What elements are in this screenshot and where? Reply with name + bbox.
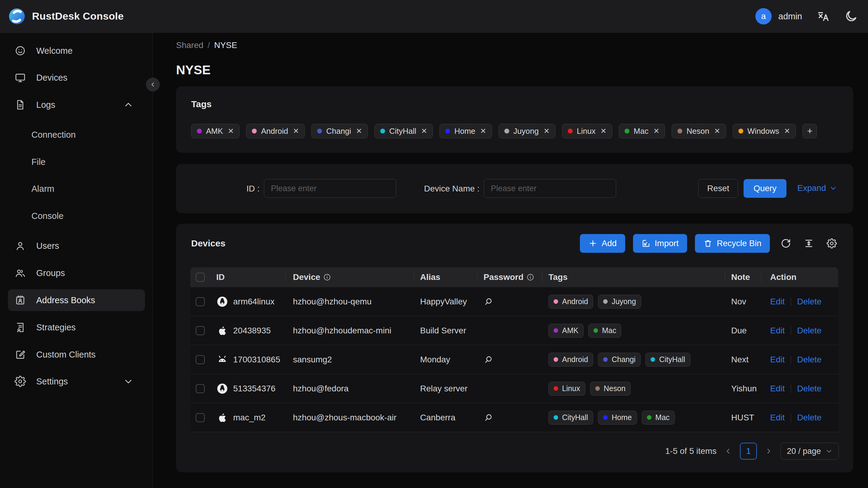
sidebar-item-console[interactable]: Console [8, 205, 145, 227]
tag-chip-amk[interactable]: AMK✕ [191, 124, 240, 138]
sidebar-item-logs[interactable]: Logs [8, 94, 145, 116]
page-number[interactable]: 1 [740, 443, 757, 460]
sidebar-item-address-books[interactable]: Address Books [8, 289, 145, 311]
linux-os-icon [216, 296, 228, 308]
tag-chip-android: Android [549, 353, 593, 367]
apple-os-icon [216, 411, 228, 424]
user-menu[interactable]: a admin [755, 8, 802, 25]
prev-page-icon[interactable] [724, 447, 732, 455]
column-height-icon[interactable] [802, 237, 816, 250]
close-icon[interactable]: ✕ [600, 127, 607, 135]
edit-link[interactable]: Edit [770, 326, 785, 336]
row-checkbox[interactable] [196, 297, 205, 306]
query-button[interactable]: Query [744, 179, 786, 198]
gear-icon [14, 376, 26, 387]
edit-link[interactable]: Edit [770, 384, 785, 394]
close-icon[interactable]: ✕ [653, 127, 659, 135]
sidebar-item-label: Strategies [36, 323, 76, 333]
sidebar-item-label: Users [36, 241, 59, 251]
tag-chip-cityhall[interactable]: CityHall✕ [374, 124, 433, 138]
device-alias: Build Server [420, 326, 466, 336]
expand-link[interactable]: Expand [797, 183, 837, 193]
device-alias: HappyValley [420, 297, 467, 306]
table-settings-icon[interactable] [825, 237, 839, 250]
breadcrumb-current: NYSE [214, 40, 237, 50]
sidebar-item-users[interactable]: Users [8, 235, 145, 257]
sidebar-item-strategies[interactable]: Strategies [8, 316, 145, 338]
tag-chip-home[interactable]: Home✕ [439, 124, 492, 138]
tag-chip-mac[interactable]: Mac✕ [619, 124, 665, 138]
add-button[interactable]: Add [580, 234, 625, 253]
device-name-input[interactable] [484, 179, 616, 198]
row-checkbox[interactable] [196, 384, 205, 393]
tag-chip-neson: Neson [590, 382, 630, 396]
close-icon[interactable]: ✕ [544, 127, 550, 135]
close-icon[interactable]: ✕ [293, 127, 299, 135]
language-icon[interactable] [817, 10, 830, 23]
info-icon [323, 273, 331, 281]
close-icon[interactable]: ✕ [356, 127, 362, 135]
tag-chip-neson[interactable]: Neson✕ [672, 124, 726, 138]
monitor-icon [14, 72, 26, 83]
page-size-select[interactable]: 20 / page [780, 443, 839, 460]
close-icon[interactable]: ✕ [714, 127, 720, 135]
close-icon[interactable]: ✕ [784, 127, 790, 135]
sidebar-item-file[interactable]: File [8, 151, 145, 173]
device-name: hzhou@zhous-macbook-air [293, 413, 397, 423]
chevron-down-icon [826, 448, 832, 455]
tag-chip-linux[interactable]: Linux✕ [562, 124, 612, 138]
import-button[interactable]: Import [633, 234, 687, 253]
tag-chip-windows[interactable]: Windows✕ [733, 124, 796, 138]
device-note: Next [731, 355, 749, 365]
sidebar-item-label: Devices [36, 73, 67, 83]
reset-button[interactable]: Reset [698, 179, 738, 198]
sidebar-item-devices[interactable]: Devices [8, 67, 145, 89]
device-alias: Relay server [420, 384, 467, 394]
tag-chip-android[interactable]: Android✕ [246, 124, 305, 138]
close-icon[interactable]: ✕ [228, 127, 234, 135]
breadcrumb-shared[interactable]: Shared [176, 40, 203, 50]
sidebar-collapse-button[interactable] [146, 78, 160, 92]
avatar[interactable]: a [755, 8, 772, 25]
view-password-icon[interactable] [484, 355, 493, 365]
edit-link[interactable]: Edit [770, 355, 785, 365]
next-page-icon[interactable] [765, 447, 773, 455]
row-checkbox[interactable] [196, 326, 205, 335]
edit-link[interactable]: Edit [770, 297, 785, 306]
delete-link[interactable]: Delete [797, 326, 822, 336]
view-password-icon[interactable] [484, 413, 493, 423]
recycle-bin-button[interactable]: Recycle Bin [695, 234, 770, 253]
id-input[interactable] [264, 179, 396, 198]
close-icon[interactable]: ✕ [421, 127, 427, 135]
tag-label: AMK [562, 326, 578, 335]
tag-chip-changi[interactable]: Changi✕ [311, 124, 368, 138]
sidebar-item-alarm[interactable]: Alarm [8, 178, 145, 200]
row-checkbox[interactable] [196, 413, 205, 422]
refresh-icon[interactable] [779, 237, 793, 250]
select-all-checkbox[interactable] [196, 273, 205, 282]
delete-link[interactable]: Delete [797, 384, 822, 394]
edit-link[interactable]: Edit [770, 413, 785, 423]
sidebar-item-settings[interactable]: Settings [8, 370, 145, 392]
close-icon[interactable]: ✕ [480, 127, 486, 135]
tag-color-dot [554, 299, 558, 304]
dark-mode-icon[interactable] [844, 10, 858, 23]
sidebar-item-connection[interactable]: Connection [8, 124, 145, 146]
tag-color-dot [738, 129, 743, 133]
delete-link[interactable]: Delete [797, 297, 822, 306]
top-navbar: RustDesk Console a admin [0, 0, 868, 33]
sidebar-item-custom-clients[interactable]: Custom Clients [8, 344, 145, 365]
tag-chip-juyong[interactable]: Juyong✕ [499, 124, 555, 138]
add-tag-button[interactable]: + [803, 124, 817, 138]
delete-link[interactable]: Delete [797, 355, 822, 365]
devices-toolbar: Add Import Recycle Bin [580, 234, 839, 253]
sidebar-item-groups[interactable]: Groups [8, 262, 145, 284]
sidebar-item-welcome[interactable]: Welcome [8, 40, 145, 62]
main-content: Shared / NYSE NYSE Tags AMK✕Android✕Chan… [153, 33, 868, 488]
tag-chip-juyong: Juyong [598, 295, 641, 309]
tag-color-dot [647, 415, 651, 420]
delete-link[interactable]: Delete [797, 413, 822, 423]
row-checkbox[interactable] [196, 355, 205, 364]
tag-color-dot [554, 386, 558, 391]
view-password-icon[interactable] [484, 297, 493, 306]
